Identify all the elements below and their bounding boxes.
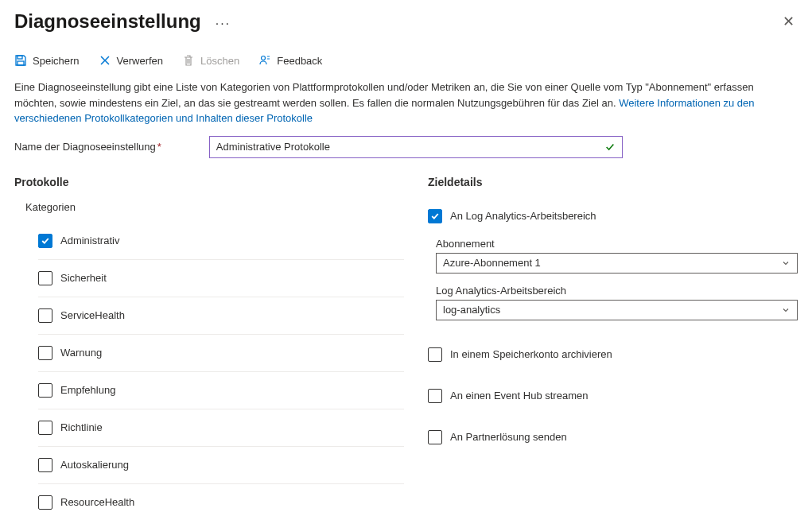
protocols-subtitle: Kategorien	[25, 201, 404, 213]
chevron-down-icon	[781, 258, 791, 268]
dest-partner-label: An Partnerlösung senden	[450, 431, 567, 443]
svg-rect-0	[17, 56, 22, 59]
feedback-icon	[258, 54, 271, 67]
dest-log-analytics-row: An Log Analytics-Arbeitsbereich	[428, 201, 798, 231]
subscription-value: Azure-Abonnement 1	[443, 257, 541, 269]
destinations-column: Zieldetails An Log Analytics-Arbeitsbere…	[428, 176, 798, 517]
name-field-label: Name der Diagnoseeinstellung	[14, 141, 156, 153]
category-row: Warnung	[38, 335, 404, 372]
discard-button[interactable]: Verwerfen	[99, 54, 164, 67]
workspace-value: log-analytics	[443, 304, 500, 316]
category-checkbox-resourcehealth[interactable]	[38, 495, 52, 510]
feedback-button[interactable]: Feedback	[258, 54, 322, 67]
destinations-title: Zieldetails	[428, 176, 798, 188]
main-columns: Protokolle Kategorien Administrativ Sich…	[14, 176, 798, 517]
required-indicator: *	[157, 141, 161, 153]
check-icon	[604, 142, 616, 153]
category-label: Warnung	[60, 347, 102, 359]
description-text: Eine Diagnoseeinstellung gibt eine Liste…	[14, 80, 798, 126]
dest-partner-row: An Partnerlösung senden	[428, 422, 798, 452]
subscription-dropdown[interactable]: Azure-Abonnement 1	[436, 253, 798, 274]
delete-label: Löschen	[200, 55, 239, 67]
dest-eventhub-label: An einen Event Hub streamen	[450, 390, 588, 402]
dest-log-analytics-checkbox[interactable]	[428, 209, 442, 223]
category-row: Sicherheit	[38, 260, 404, 297]
category-checkbox-autoskalierung[interactable]	[38, 458, 52, 472]
dest-storage-label: In einem Speicherkonto archivieren	[450, 348, 612, 360]
category-checkbox-richtlinie[interactable]	[38, 421, 52, 435]
category-checkbox-servicehealth[interactable]	[38, 308, 52, 323]
category-checkbox-sicherheit[interactable]	[38, 271, 52, 285]
name-field-row: Name der Diagnoseeinstellung* Administra…	[14, 136, 798, 158]
page-title: Diagnoseeinstellung	[14, 10, 201, 33]
name-field-label-block: Name der Diagnoseeinstellung*	[14, 141, 161, 153]
dest-log-analytics-label: An Log Analytics-Arbeitsbereich	[450, 210, 596, 222]
dest-storage-row: In einem Speicherkonto archivieren	[428, 339, 798, 370]
workspace-label: Log Analytics-Arbeitsbereich	[436, 285, 798, 297]
more-icon[interactable]: ···	[216, 17, 231, 31]
category-row: ResourceHealth	[38, 484, 404, 517]
category-row: ServiceHealth	[38, 297, 404, 335]
category-list: Administrativ Sicherheit ServiceHealth W…	[38, 223, 404, 517]
subscription-label: Abonnement	[436, 238, 798, 250]
category-label: Administrativ	[60, 235, 119, 246]
save-label: Speichern	[33, 55, 80, 67]
category-row: Richtlinie	[38, 409, 404, 447]
save-button[interactable]: Speichern	[14, 54, 80, 67]
name-input[interactable]: Administrative Protokolle	[209, 136, 623, 158]
toolbar: Speichern Verwerfen Löschen Feedback	[14, 54, 798, 80]
protocols-column: Protokolle Kategorien Administrativ Sich…	[14, 176, 404, 517]
category-checkbox-empfehlung[interactable]	[38, 383, 52, 398]
category-checkbox-administrativ[interactable]	[38, 234, 52, 248]
category-row: Administrativ	[38, 223, 404, 260]
category-label: ResourceHealth	[60, 496, 134, 508]
title-block: Diagnoseeinstellung ···	[14, 10, 231, 33]
trash-icon	[182, 54, 195, 67]
protocols-title: Protokolle	[14, 176, 404, 188]
category-row: Empfehlung	[38, 372, 404, 409]
category-label: Empfehlung	[60, 384, 115, 396]
feedback-label: Feedback	[277, 55, 322, 67]
delete-button: Löschen	[182, 54, 239, 67]
header-row: Diagnoseeinstellung ··· ✕	[14, 10, 798, 33]
category-label: Autoskalierung	[60, 459, 129, 471]
dest-eventhub-row: An einen Event Hub streamen	[428, 381, 798, 411]
discard-label: Verwerfen	[117, 55, 164, 67]
workspace-dropdown[interactable]: log-analytics	[436, 300, 798, 320]
workspace-block: Log Analytics-Arbeitsbereich log-analyti…	[436, 285, 798, 320]
svg-point-2	[262, 56, 266, 60]
category-label: ServiceHealth	[60, 309, 125, 321]
category-label: Richtlinie	[60, 421, 103, 433]
dest-eventhub-checkbox[interactable]	[428, 389, 442, 403]
discard-icon	[99, 54, 111, 67]
subscription-block: Abonnement Azure-Abonnement 1	[436, 238, 798, 274]
category-checkbox-warnung[interactable]	[38, 346, 52, 360]
save-icon	[14, 54, 27, 67]
chevron-down-icon	[781, 305, 791, 315]
category-label: Sicherheit	[60, 272, 107, 284]
category-row: Autoskalierung	[38, 447, 404, 484]
svg-rect-1	[17, 61, 24, 65]
name-input-value: Administrative Protokolle	[216, 141, 330, 153]
dest-storage-checkbox[interactable]	[428, 347, 442, 362]
close-icon[interactable]: ✕	[779, 10, 798, 33]
dest-partner-checkbox[interactable]	[428, 430, 442, 444]
